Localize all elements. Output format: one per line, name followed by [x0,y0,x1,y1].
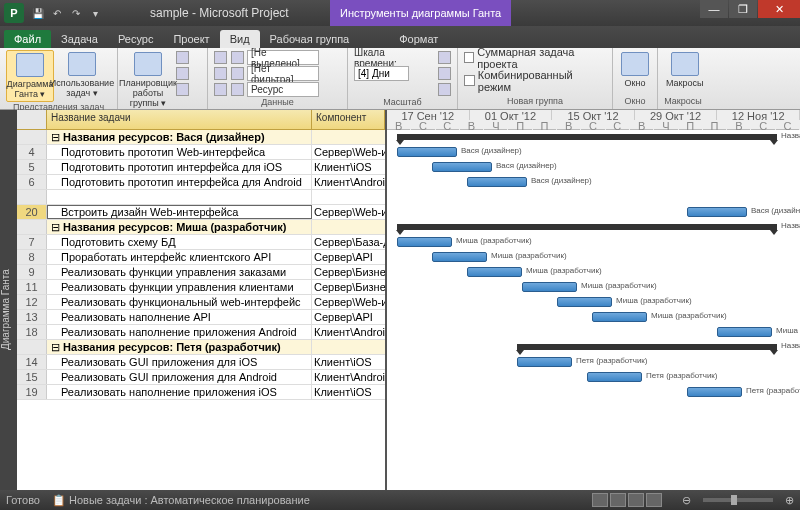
task-bar[interactable] [592,312,647,322]
table-row[interactable]: 18Реализовать наполнение приложения Andr… [17,325,385,340]
table-row[interactable]: Названия ресурсов: Вася (дизайнер) [17,130,385,145]
task-cell[interactable]: Реализовать функции управления клиентами [47,280,312,294]
row-number[interactable] [17,220,47,234]
qat-dropdown-icon[interactable]: ▾ [87,5,103,21]
component-cell[interactable]: Сервер\Web-ин [312,145,385,159]
table-row[interactable]: 7Подготовить схему БДСервер\База-да [17,235,385,250]
component-cell[interactable]: Сервер\Бизнес- [312,265,385,279]
component-cell[interactable]: Клиент\Android [312,370,385,384]
row-number[interactable]: 4 [17,145,47,159]
component-cell[interactable]: Клиент\Android [312,175,385,189]
task-cell[interactable]: Реализовать наполнение приложения Androi… [47,325,312,339]
gantt-chart-button[interactable]: Диаграмма Ганта ▾ [6,50,54,102]
maximize-button[interactable]: ❐ [729,0,757,18]
row-number[interactable]: 9 [17,265,47,279]
zoom-button[interactable] [438,82,451,97]
task-bar[interactable] [717,327,772,337]
task-bar[interactable] [397,237,452,247]
component-cell[interactable] [312,340,385,354]
task-name-header[interactable]: Название задачи [47,110,312,129]
row-number[interactable]: 5 [17,160,47,174]
task-cell[interactable]: Названия ресурсов: Вася (дизайнер) [47,130,312,144]
component-cell[interactable] [312,220,385,234]
row-number[interactable]: 12 [17,295,47,309]
zoom-out-icon[interactable]: ⊖ [682,494,691,507]
component-cell[interactable]: Клиент\iOS [312,385,385,399]
checkbox[interactable] [464,75,475,86]
summary-bar[interactable] [397,134,777,140]
outline-button[interactable] [214,66,227,81]
row-number[interactable]: 8 [17,250,47,264]
tab-team[interactable]: Рабочая группа [260,30,360,48]
task-cell[interactable]: Названия ресурсов: Миша (разработчик) [47,220,312,234]
table-row[interactable]: 19Реализовать наполнение приложения iOSК… [17,385,385,400]
task-cell[interactable]: Подготовить прототип интерфейса для iOS [47,160,312,174]
minimize-button[interactable]: — [700,0,728,18]
task-bar[interactable] [522,282,577,292]
close-button[interactable]: ✕ [758,0,800,18]
row-number[interactable] [17,340,47,354]
group-combo[interactable]: Ресурс [247,82,319,97]
table-row[interactable]: 12Реализовать функциональный web-интерфе… [17,295,385,310]
zoom-button[interactable] [438,66,451,81]
component-cell[interactable]: Сервер\Web-ин [312,205,385,219]
timescale-combo[interactable]: [4] Дни [354,66,409,81]
row-number[interactable]: 11 [17,280,47,294]
save-icon[interactable]: 💾 [30,5,46,21]
tab-view[interactable]: Вид [220,30,260,48]
task-cell[interactable]: Встроить дизайн Web-интерфейса [47,205,312,219]
task-cell[interactable]: Реализовать наполнение приложения iOS [47,385,312,399]
row-number[interactable]: 7 [17,235,47,249]
task-bar[interactable] [687,207,747,217]
task-cell[interactable]: Реализовать GUI приложения для iOS [47,355,312,369]
task-bar[interactable] [467,177,527,187]
table-row[interactable]: 9Реализовать функции управления заказами… [17,265,385,280]
macros-button[interactable]: Макросы [664,50,706,90]
task-cell[interactable]: Реализовать функции управления заказами [47,265,312,279]
component-cell[interactable] [312,190,385,204]
table-row[interactable]: 8Проработать интерфейс клиентского APIСе… [17,250,385,265]
view-btn[interactable] [646,493,662,507]
table-row[interactable]: Названия ресурсов: Миша (разработчик) [17,220,385,235]
task-cell[interactable]: Подготовить схему БД [47,235,312,249]
tab-resource[interactable]: Ресурс [108,30,163,48]
summary-bar[interactable] [517,344,777,350]
task-usage-button[interactable]: Использование задач ▾ [58,50,106,100]
task-bar[interactable] [687,387,742,397]
undo-icon[interactable]: ↶ [49,5,65,21]
table-row[interactable]: 11Реализовать функции управления клиента… [17,280,385,295]
table-row[interactable]: 20Встроить дизайн Web-интерфейсаСервер\W… [17,205,385,220]
view-btn[interactable] [592,493,608,507]
task-bar[interactable] [432,252,487,262]
row-number[interactable]: 18 [17,325,47,339]
component-cell[interactable]: Клиент\iOS [312,355,385,369]
component-cell[interactable]: Сервер\API [312,310,385,324]
small-btn[interactable] [176,66,189,81]
component-cell[interactable]: Сервер\Web-ин [312,295,385,309]
row-number[interactable]: 20 [17,205,47,219]
table-row[interactable]: 6Подготовить прототип интерфейса для And… [17,175,385,190]
component-cell[interactable]: Сервер\API [312,250,385,264]
view-btn[interactable] [628,493,644,507]
table-row[interactable]: 14Реализовать GUI приложения для iOSКлие… [17,355,385,370]
checkbox[interactable] [464,52,474,63]
small-btn[interactable] [176,50,189,65]
task-cell[interactable]: Подготовить прототип Web-интерфейса [47,145,312,159]
component-cell[interactable]: Сервер\Бизнес- [312,280,385,294]
table-row[interactable]: 15Реализовать GUI приложения для Android… [17,370,385,385]
component-header[interactable]: Компонент [312,110,385,129]
table-row[interactable]: Названия ресурсов: Петя (разработчик) [17,340,385,355]
row-number[interactable]: 14 [17,355,47,369]
summary-bar[interactable] [397,224,777,230]
row-header-col[interactable] [17,110,47,129]
row-number[interactable]: 13 [17,310,47,324]
view-btn[interactable] [610,493,626,507]
window-button[interactable]: Окно [619,50,651,90]
tab-project[interactable]: Проект [163,30,219,48]
team-planner-button[interactable]: Планировщик работы группы ▾ [124,50,172,110]
table-row[interactable] [17,190,385,205]
task-bar[interactable] [587,372,642,382]
row-number[interactable]: 19 [17,385,47,399]
redo-icon[interactable]: ↷ [68,5,84,21]
component-cell[interactable]: Сервер\База-да [312,235,385,249]
